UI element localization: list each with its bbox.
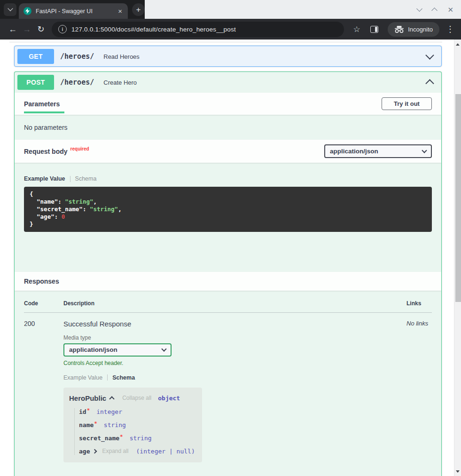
toolbar-right: ☆ Incognito ⋮ [350, 22, 455, 37]
column-links: Links [406, 300, 432, 307]
page-content: GET /heroes/ Read Heroes POST /heroes/ C… [0, 40, 461, 476]
response-links: No links [406, 320, 432, 462]
property-type: string [130, 435, 152, 442]
responses-title: Responses [24, 278, 59, 285]
schema-property-row: secret_name*string [79, 435, 202, 442]
media-type-label: Media type [63, 334, 406, 341]
response-code: 200 [24, 320, 63, 462]
menu-icon[interactable]: ⋮ [445, 25, 455, 33]
required-label: required [70, 146, 89, 151]
incognito-icon [394, 26, 404, 33]
response-media-type-select[interactable]: application/json [63, 343, 172, 357]
forward-button[interactable]: → [20, 25, 34, 33]
window-minimize-icon[interactable] [417, 6, 423, 12]
property-type: integer [96, 408, 122, 415]
try-it-out-button[interactable]: Try it out [382, 97, 432, 110]
tab-schema[interactable]: Schema [75, 175, 97, 182]
incognito-badge: Incognito [388, 22, 439, 37]
tab-divider [70, 176, 70, 182]
fastapi-favicon-icon [23, 7, 31, 15]
expand-all-link[interactable]: Expand all [102, 448, 128, 454]
scroll-down-arrow[interactable] [454, 468, 461, 475]
section-divider [9, 42, 442, 42]
opblock-get-header[interactable]: GET /heroes/ Read Heroes [15, 46, 441, 67]
example-schema-tabs: Example Value Schema [24, 175, 432, 182]
tab-example-value[interactable]: Example Value [24, 175, 65, 182]
required-star: * [94, 420, 97, 427]
tab-close-icon[interactable]: × [117, 8, 123, 15]
tab-search-button[interactable] [4, 3, 16, 16]
tab-divider [107, 374, 108, 381]
back-button[interactable]: ← [6, 25, 20, 33]
scroll-up-arrow[interactable] [454, 41, 461, 48]
request-body-area: Example Value Schema { "name": "string",… [15, 163, 441, 272]
post-path: /heroes/ [60, 78, 94, 87]
opblock-post-header[interactable]: POST /heroes/ Create Hero [15, 72, 441, 93]
collapse-chevron-up-icon[interactable] [427, 78, 435, 87]
schema-property-row: ageExpand all(integer | null) [79, 448, 202, 455]
tab-title: FastAPI - Swagger UI [36, 8, 113, 15]
page-info-icon[interactable]: i [58, 25, 67, 33]
select-chevron-down-icon [161, 346, 166, 351]
request-media-type-select[interactable]: application/json [324, 144, 432, 158]
scrollbar[interactable] [454, 40, 461, 476]
property-name: id [79, 408, 86, 415]
example-schema-tabs: Example Value Schema [63, 374, 406, 381]
column-description: Description [63, 300, 406, 307]
required-star: * [87, 407, 90, 413]
get-method-badge: GET [17, 49, 54, 64]
side-panel-icon[interactable] [370, 26, 378, 33]
bookmark-star-icon[interactable]: ☆ [350, 25, 364, 33]
tab-example-value[interactable]: Example Value [63, 374, 102, 381]
schema-model-box: HeroPublic Collapse all object id*intege… [63, 388, 202, 462]
spacer [24, 238, 432, 272]
model-type: object [158, 395, 180, 402]
responses-table-header: Code Description Links [24, 300, 432, 313]
expand-chevron-down-icon[interactable] [427, 55, 435, 58]
request-body-title: Request body [24, 148, 68, 155]
response-description-cell: Successful Response Media type applicati… [63, 320, 406, 462]
select-chevron-down-icon [422, 148, 427, 153]
responses-body: Code Description Links 200 Successful Re… [15, 291, 441, 476]
url-text: 127.0.0.1:5000/docs#/default/create_hero… [71, 26, 236, 33]
model-name-toggle[interactable]: HeroPublic [69, 394, 114, 402]
tab-strip: FastAPI - Swagger UI × + ✕ [0, 0, 461, 19]
browser-window: FastAPI - Swagger UI × + ✕ ← → ↻ i 127.0… [0, 0, 461, 476]
schema-properties: id*integername*stringsecret_name*stringa… [74, 408, 202, 455]
window-controls: ✕ [417, 0, 461, 19]
example-json-code: { "name": "string", "secret_name": "stri… [24, 187, 432, 232]
schema-property-row: id*integer [79, 408, 202, 415]
property-name: secret_name [79, 435, 119, 442]
property-type: string [104, 421, 126, 428]
browser-toolbar: ← → ↻ i 127.0.0.1:5000/docs#/default/cre… [0, 19, 461, 40]
chevron-down-icon [8, 6, 13, 11]
window-maximize-icon[interactable] [432, 8, 438, 14]
address-bar[interactable]: i 127.0.0.1:5000/docs#/default/create_he… [52, 22, 344, 37]
controls-accept-note: Controls Accept header. [63, 360, 406, 366]
scrollbar-thumb[interactable] [455, 94, 461, 302]
required-star: * [120, 434, 123, 440]
browser-tab[interactable]: FastAPI - Swagger UI × [19, 3, 128, 19]
model-title-row: HeroPublic Collapse all object [69, 394, 202, 402]
get-path: /heroes/ [60, 52, 94, 61]
property-type: (integer | null) [136, 448, 195, 455]
chevron-up-icon [109, 396, 115, 401]
collapse-all-link[interactable]: Collapse all [122, 395, 151, 401]
tab-area: FastAPI - Swagger UI × + [0, 0, 145, 19]
incognito-label: Incognito [408, 26, 433, 33]
post-method-badge: POST [17, 75, 54, 90]
swagger-page: GET /heroes/ Read Heroes POST /heroes/ C… [0, 40, 454, 476]
column-code: Code [24, 300, 63, 307]
reload-button[interactable]: ↻ [34, 25, 48, 33]
response-description: Successful Response [63, 320, 406, 328]
get-summary: Read Heroes [103, 53, 140, 60]
post-summary: Create Hero [103, 79, 137, 86]
window-close-icon[interactable]: ✕ [447, 6, 453, 13]
request-body-header: Request body required application/json [15, 140, 441, 163]
property-name: name [79, 421, 94, 428]
response-row-422: 422 Validation Error No links [24, 473, 432, 476]
tab-schema[interactable]: Schema [112, 374, 135, 381]
property-name: age [79, 448, 90, 455]
expand-chevron-right-icon[interactable] [93, 449, 97, 453]
new-tab-button[interactable]: + [132, 3, 145, 16]
